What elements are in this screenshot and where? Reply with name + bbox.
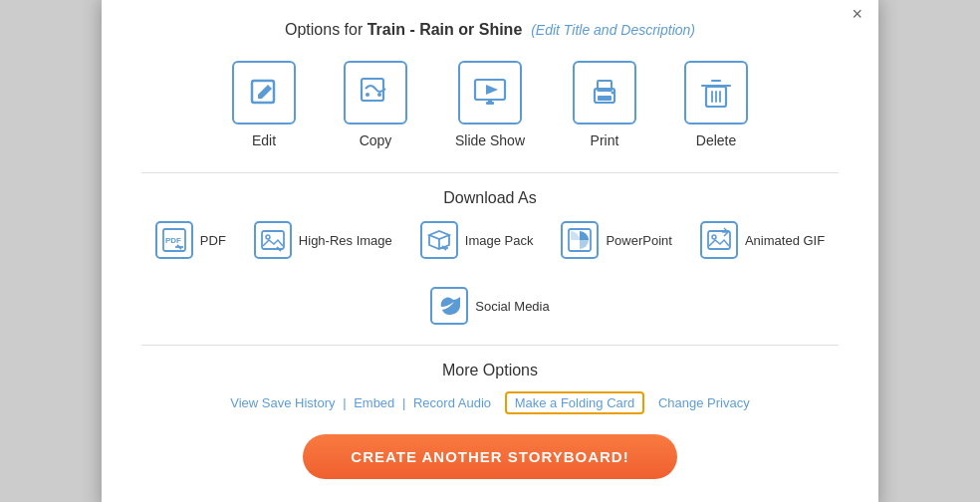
svg-point-11 — [612, 92, 614, 95]
record-audio-link[interactable]: Record Audio — [413, 395, 491, 410]
copy-label: Copy — [360, 132, 392, 148]
imagepack-icon — [420, 221, 458, 259]
svg-point-2 — [366, 93, 369, 97]
action-copy[interactable]: Copy — [344, 61, 407, 148]
svg-point-24 — [712, 235, 716, 239]
title-bold: Train - Rain or Shine — [368, 21, 523, 38]
social-label: Social Media — [475, 299, 549, 314]
delete-icon — [684, 61, 748, 125]
download-pdf[interactable]: PDF PDF — [155, 221, 226, 259]
copy-icon — [344, 61, 407, 125]
download-row: PDF PDF High-Res Image — [141, 221, 839, 325]
embed-link[interactable]: Embed — [354, 395, 394, 410]
print-label: Print — [591, 132, 619, 148]
svg-point-21 — [266, 235, 270, 239]
powerpoint-label: PowerPoint — [606, 233, 671, 248]
download-highres[interactable]: High-Res Image — [254, 221, 392, 259]
edit-label: Edit — [252, 132, 276, 148]
highres-label: High-Res Image — [299, 233, 392, 248]
separator-1: | — [343, 395, 350, 410]
slideshow-icon — [458, 61, 522, 125]
slideshow-label: Slide Show — [455, 132, 525, 148]
svg-text:PDF: PDF — [165, 236, 181, 245]
powerpoint-icon — [561, 221, 599, 259]
cta-wrapper: CREATE ANOTHER STORYBOARD! — [141, 434, 839, 479]
options-modal: × Options for Train - Rain or Shine (Edi… — [102, 0, 878, 502]
edit-title-link[interactable]: (Edit Title and Description) — [531, 22, 695, 38]
delete-label: Delete — [696, 132, 736, 148]
create-storyboard-button[interactable]: CREATE ANOTHER STORYBOARD! — [303, 434, 676, 479]
pdf-label: PDF — [200, 233, 226, 248]
edit-icon — [232, 61, 296, 125]
svg-rect-1 — [362, 79, 383, 101]
action-print[interactable]: Print — [573, 61, 636, 148]
view-save-history-link[interactable]: View Save History — [230, 395, 335, 410]
svg-rect-7 — [488, 100, 492, 103]
pdf-icon: PDF — [155, 221, 193, 259]
change-privacy-link[interactable]: Change Privacy — [658, 395, 750, 410]
gif-icon — [700, 221, 738, 259]
top-actions: Edit Copy Slid — [141, 61, 839, 148]
download-imagepack[interactable]: Image Pack — [420, 221, 534, 259]
action-slideshow[interactable]: Slide Show — [455, 61, 525, 148]
svg-point-3 — [377, 93, 381, 97]
highres-icon — [254, 221, 292, 259]
folding-card-link[interactable]: Make a Folding Card — [505, 391, 645, 414]
download-social[interactable]: Social Media — [430, 287, 549, 325]
separator-2: | — [402, 395, 409, 410]
more-options-header: More Options — [141, 362, 839, 379]
download-section-header: Download As — [141, 189, 839, 207]
download-powerpoint[interactable]: PowerPoint — [561, 221, 671, 259]
more-options-links: View Save History | Embed | Record Audio… — [141, 391, 839, 414]
social-icon — [430, 287, 468, 325]
svg-marker-5 — [486, 85, 498, 95]
title-prefix: Options for — [285, 21, 368, 38]
close-button[interactable]: × — [852, 5, 862, 23]
download-gif[interactable]: Animated GIF — [700, 221, 825, 259]
modal-title: Options for Train - Rain or Shine (Edit … — [141, 21, 839, 39]
divider-2 — [141, 345, 839, 346]
action-delete[interactable]: Delete — [684, 61, 748, 148]
imagepack-label: Image Pack — [465, 233, 534, 248]
print-icon — [573, 61, 636, 125]
svg-rect-10 — [598, 96, 612, 101]
svg-rect-20 — [262, 231, 284, 249]
action-edit[interactable]: Edit — [232, 61, 296, 148]
divider-1 — [141, 172, 839, 173]
gif-label: Animated GIF — [745, 233, 825, 248]
